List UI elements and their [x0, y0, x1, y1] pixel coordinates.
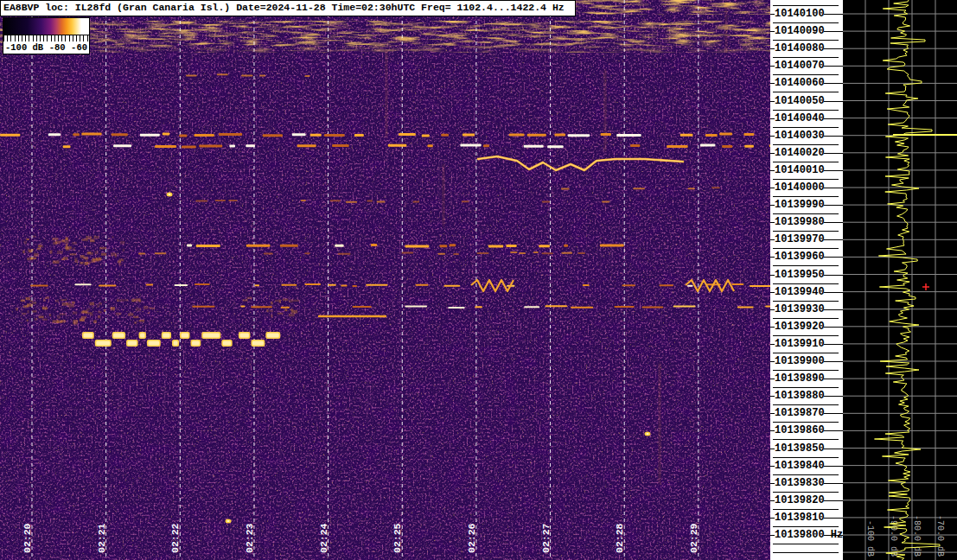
freq-label: 10139880	[775, 390, 825, 402]
ghost-blob	[91, 259, 95, 263]
freq-label: 10140050	[775, 95, 825, 107]
signal-dash	[73, 133, 80, 136]
ghost-blob	[90, 302, 94, 306]
signal-dash	[63, 145, 71, 148]
freq-label: 10140030	[775, 130, 825, 142]
signal-dash	[366, 284, 387, 286]
ghost-blob	[278, 313, 284, 315]
signal-dash	[219, 133, 242, 136]
signal-dash	[437, 253, 445, 255]
freq-label: 10140020	[775, 147, 825, 159]
hot-spot-core	[227, 520, 230, 522]
fsk-block-core	[267, 334, 279, 338]
ghost-blob	[66, 244, 68, 247]
freq-label-line	[824, 344, 843, 345]
signal-dash	[600, 244, 624, 246]
ghost-blob	[138, 320, 144, 321]
freq-minor-line	[773, 248, 839, 249]
ghost-blob	[289, 314, 295, 316]
ghost-blob	[99, 302, 101, 304]
ghost-blob	[37, 248, 41, 250]
signal-dash	[182, 145, 196, 148]
freq-label-line	[824, 396, 843, 397]
signal-dash	[440, 245, 448, 247]
static-streak	[604, 69, 607, 151]
freq-minor-line	[773, 422, 839, 423]
freq-minor-line	[773, 22, 839, 23]
signal-dash	[228, 200, 237, 201]
signal-dash	[140, 134, 160, 137]
ghost-blob	[60, 313, 66, 315]
legend-mid-label: -80	[49, 42, 66, 53]
ghost-blob	[283, 298, 288, 301]
freq-minor-line	[773, 213, 839, 214]
freq-minor-line	[773, 474, 839, 475]
freq-label: 10139940	[775, 286, 825, 298]
signal-dash	[259, 74, 265, 76]
ghost-blob	[93, 320, 97, 323]
db-grid-label: -80.0 dB	[912, 515, 922, 557]
ghost-blob	[57, 315, 61, 318]
ghost-blob	[21, 300, 25, 302]
ghost-blob	[128, 313, 133, 315]
signal-dash	[533, 251, 539, 253]
ghost-blob	[131, 299, 136, 302]
signal-dash	[196, 245, 220, 247]
fsk-block-core	[192, 341, 200, 346]
ghost-blob	[148, 312, 150, 314]
fsk-block-core	[84, 334, 93, 338]
freq-label-line	[824, 205, 843, 206]
ghost-blob	[120, 241, 124, 245]
freq-label: 10140010	[775, 164, 825, 176]
freq-label-line	[824, 379, 843, 379]
freq-minor-line	[773, 439, 839, 440]
signal-dash	[583, 284, 590, 286]
spectrum-canvas: -100 dB-90.0 dB-80.0 dB-70.0 dB	[843, 0, 957, 560]
signal-dash	[564, 245, 568, 247]
signal-dash	[448, 307, 464, 309]
signal-dash	[99, 284, 116, 286]
signal-dash	[443, 285, 460, 287]
freq-label: 10139820	[775, 494, 825, 506]
freq-minor-line	[773, 492, 839, 493]
freq-minor-line	[773, 457, 839, 458]
signal-dash	[297, 144, 316, 147]
signal-dash	[353, 306, 372, 308]
ghost-blob	[39, 315, 44, 318]
freq-minor-line	[773, 526, 839, 527]
freq-minor-line	[773, 283, 839, 284]
signal-dash	[642, 306, 664, 308]
ghost-blob	[34, 253, 38, 257]
signal-dash	[195, 200, 207, 201]
freq-label-line	[824, 66, 843, 67]
ghost-blob	[119, 258, 124, 261]
freq-label: 10139960	[775, 251, 825, 263]
ghost-blob	[66, 237, 68, 240]
spectrum-graph-panel: -100 dB-90.0 dB-80.0 dB-70.0 dB	[843, 0, 957, 560]
signal-dash	[304, 252, 309, 254]
waterfall-spectrogram: 02:2002:2102:2202:2302:2402:2502:2602:27…	[0, 0, 770, 560]
signal-dash	[731, 283, 743, 285]
ghost-blob	[32, 310, 36, 312]
freq-label-line	[824, 257, 843, 258]
freq-label: 10139910	[775, 338, 825, 350]
time-label: 02:27	[540, 523, 552, 553]
freq-label-line	[824, 413, 843, 414]
fsk-block-core	[252, 341, 264, 346]
signal-dash	[441, 134, 449, 137]
freq-label-line	[824, 83, 843, 84]
ghost-blob	[136, 308, 141, 310]
color-gradient-bar	[3, 18, 89, 35]
ghost-blob	[82, 239, 88, 241]
signal-dash	[711, 187, 720, 188]
signal-dash	[427, 144, 432, 147]
signal-dash	[722, 145, 732, 148]
signal-dash	[659, 284, 673, 286]
ghost-blob	[61, 320, 66, 322]
time-label: 02:23	[244, 523, 255, 553]
ghost-blob	[266, 309, 268, 312]
ghost-blob	[24, 241, 27, 244]
freq-label: 10139970	[775, 233, 825, 245]
ghost-blob	[290, 309, 293, 310]
ghost-blob	[90, 314, 93, 316]
